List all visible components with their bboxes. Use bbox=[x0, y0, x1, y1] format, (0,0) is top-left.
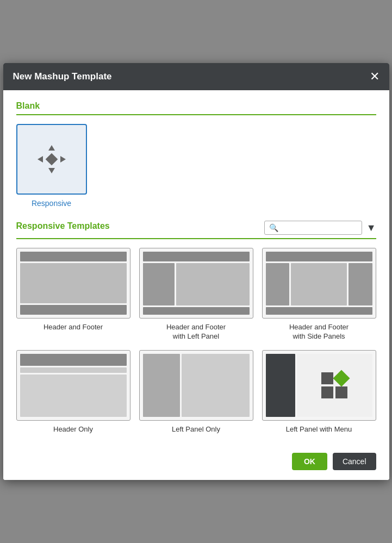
lp-body bbox=[143, 354, 250, 417]
blank-responsive-thumb bbox=[16, 124, 87, 195]
cancel-button[interactable]: Cancel bbox=[333, 453, 376, 470]
move-icon bbox=[35, 143, 68, 176]
filter-icon[interactable]: ▼ bbox=[366, 222, 376, 234]
responsive-templates-divider bbox=[16, 238, 376, 239]
hf-content bbox=[20, 263, 127, 303]
ok-button[interactable]: OK bbox=[292, 453, 327, 470]
template-left-panel-thumb bbox=[139, 350, 253, 421]
responsive-templates-header: Responsive Templates 🔍 ▼ bbox=[16, 221, 376, 235]
blank-divider bbox=[16, 114, 376, 115]
responsive-templates-section: Responsive Templates 🔍 ▼ bbox=[16, 221, 376, 434]
blank-section-label: Blank bbox=[16, 101, 376, 111]
new-mashup-dialog: New Mashup Template ✕ Blank bbox=[3, 63, 389, 480]
hfsp-left bbox=[266, 263, 289, 305]
svg-rect-0 bbox=[45, 153, 58, 166]
ho-top bbox=[20, 354, 127, 366]
hfsp-top bbox=[266, 252, 372, 261]
lpm-diamond bbox=[333, 370, 350, 386]
svg-marker-2 bbox=[48, 168, 55, 173]
template-header-only-label: Header Only bbox=[53, 425, 93, 434]
template-header-only[interactable]: Header Only bbox=[16, 350, 130, 434]
hfsp-middle bbox=[266, 263, 372, 305]
template-header-footer[interactable]: Header and Footer bbox=[16, 248, 130, 341]
hflp-left bbox=[143, 263, 175, 305]
template-left-panel-menu-label: Left Panel with Menu bbox=[286, 425, 352, 434]
template-header-footer-label: Header and Footer bbox=[43, 323, 103, 332]
hflp-middle bbox=[143, 263, 250, 305]
lpm-body bbox=[266, 354, 372, 417]
hf-top-bar bbox=[20, 252, 127, 261]
hflp-right bbox=[176, 263, 249, 305]
responsive-templates-label: Responsive Templates bbox=[16, 221, 110, 231]
lp-left bbox=[143, 354, 181, 417]
dialog-header: New Mashup Template ✕ bbox=[3, 63, 389, 90]
lpm-icon-grid bbox=[321, 372, 347, 398]
template-left-panel-menu-thumb bbox=[262, 350, 376, 421]
hflp-bottom bbox=[143, 307, 250, 315]
template-header-footer-side-label: Header and Footerwith Side Panels bbox=[289, 323, 349, 341]
close-button[interactable]: ✕ bbox=[370, 71, 379, 83]
hf-bottom-bar bbox=[20, 305, 127, 315]
search-input[interactable] bbox=[281, 224, 357, 232]
templates-grid: Header and Footer Header and Footerwith … bbox=[16, 248, 376, 434]
ho-sub bbox=[20, 367, 127, 373]
svg-marker-1 bbox=[48, 145, 55, 151]
blank-section: Blank bbox=[16, 101, 376, 208]
ho-content bbox=[20, 375, 127, 417]
template-header-footer-left-label: Header and Footerwith Left Panel bbox=[166, 323, 226, 341]
lp-right bbox=[182, 354, 249, 417]
dialog-title: New Mashup Template bbox=[13, 71, 112, 82]
dialog-body: Blank bbox=[3, 90, 389, 445]
svg-marker-3 bbox=[38, 156, 43, 163]
template-left-panel-menu[interactable]: Left Panel with Menu bbox=[262, 350, 376, 434]
svg-marker-4 bbox=[60, 156, 66, 163]
template-header-footer-left[interactable]: Header and Footerwith Left Panel bbox=[139, 248, 253, 341]
template-header-footer-left-thumb bbox=[139, 248, 253, 319]
blank-responsive-item[interactable]: Responsive bbox=[16, 124, 87, 208]
template-left-panel-label: Left Panel Only bbox=[172, 425, 220, 434]
search-icon: 🔍 bbox=[269, 223, 278, 232]
template-left-panel[interactable]: Left Panel Only bbox=[139, 350, 253, 434]
hfsp-center bbox=[291, 263, 347, 305]
search-area: 🔍 ▼ bbox=[264, 221, 376, 235]
blank-responsive-label: Responsive bbox=[32, 199, 71, 208]
lpm-sq-3 bbox=[335, 386, 347, 398]
template-header-footer-side-thumb bbox=[262, 248, 376, 319]
lpm-right bbox=[297, 354, 372, 417]
template-header-footer-side[interactable]: Header and Footerwith Side Panels bbox=[262, 248, 376, 341]
hfsp-right bbox=[349, 263, 372, 305]
lpm-sq-2 bbox=[321, 386, 333, 398]
template-header-only-thumb bbox=[16, 350, 130, 421]
template-header-footer-thumb bbox=[16, 248, 130, 319]
hfsp-bottom bbox=[266, 307, 372, 315]
hflp-top bbox=[143, 252, 250, 261]
dialog-footer: OK Cancel bbox=[3, 445, 389, 480]
lpm-left bbox=[266, 354, 296, 417]
lpm-sq-1 bbox=[321, 372, 333, 384]
search-box: 🔍 bbox=[264, 221, 362, 235]
